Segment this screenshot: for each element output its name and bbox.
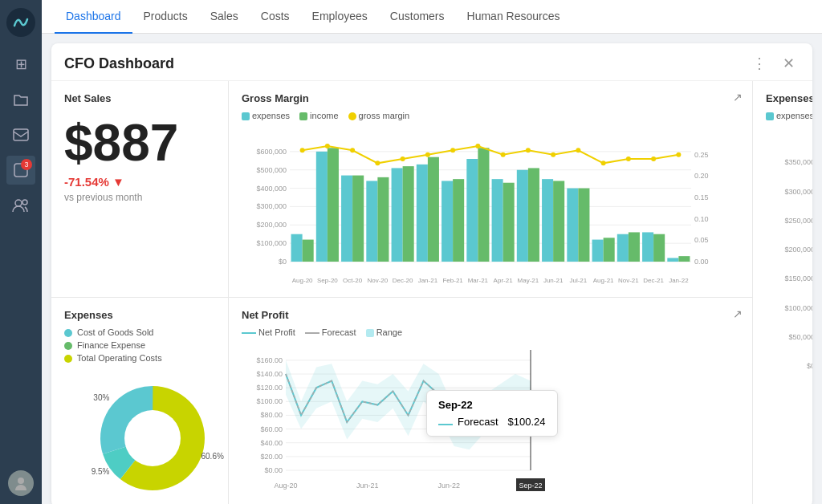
net-sales-change: -71.54% ▼	[64, 175, 215, 189]
folder-icon[interactable]	[6, 85, 35, 114]
expenses-title: Expenses	[64, 309, 215, 321]
gross-margin-chart	[242, 125, 739, 286]
user-avatar[interactable]	[8, 470, 34, 496]
svg-rect-1	[14, 129, 28, 140]
svg-point-4	[22, 200, 27, 205]
expenses-donut-chart	[64, 368, 225, 496]
more-button[interactable]: ⋮	[747, 53, 771, 74]
expenses-legend: Cost of Goods Sold Finance Expense Total…	[64, 327, 215, 363]
dashboard-window: CFO Dashboard ⋮ ✕ Net Sales $887 -71.54%…	[51, 43, 812, 504]
dashboard-actions: ⋮ ✕	[747, 53, 800, 74]
net-sales-title: Net Sales	[64, 92, 215, 104]
legend-operating: Total Operating Costs	[64, 353, 215, 363]
net-profit-title: Net Profit	[242, 309, 739, 321]
grid-icon[interactable]: ⊞	[6, 50, 35, 79]
change-arrow: ▼	[112, 175, 124, 189]
cards-grid: Net Sales $887 -71.54% ▼ vs previous mon…	[51, 81, 812, 504]
dashboard-content: CFO Dashboard ⋮ ✕ Net Sales $887 -71.54%…	[42, 34, 822, 504]
svg-point-3	[15, 200, 22, 206]
net-sales-value: $887	[64, 117, 215, 169]
net-profit-chart	[242, 342, 547, 494]
legend-net-profit: Net Profit	[242, 327, 295, 337]
net-profit-expand-icon[interactable]: ↗	[733, 307, 743, 320]
sidebar: ⊞ 3	[0, 0, 42, 504]
net-profit-card: Net Profit Net Profit Forecast Range Sep…	[229, 298, 752, 504]
net-sales-sub: vs previous month	[64, 192, 215, 203]
dashboard-header: CFO Dashboard ⋮ ✕	[51, 43, 812, 81]
nav-item-human-resources[interactable]: Human Resources	[456, 0, 572, 34]
gross-margin-card: Gross Margin expenses income gross margi…	[229, 81, 752, 297]
dashboard-title: CFO Dashboard	[64, 55, 747, 72]
top-navigation: Dashboard Products Sales Costs Employees…	[42, 0, 822, 34]
expenses-vs-income-title: Expenses vs Income	[766, 92, 812, 104]
users-icon[interactable]	[6, 191, 35, 220]
legend-forecast: Forecast	[305, 327, 356, 337]
legend-income: income	[299, 111, 338, 120]
nav-item-customers[interactable]: Customers	[379, 0, 456, 34]
nav-item-sales[interactable]: Sales	[199, 0, 250, 34]
gross-margin-legend: expenses income gross margin	[242, 111, 739, 120]
legend-range: Range	[366, 327, 402, 337]
svg-point-5	[18, 478, 24, 484]
expenses-vs-income-card: Expenses vs Income expenses	[753, 81, 812, 504]
nav-item-products[interactable]: Products	[132, 0, 199, 34]
close-button[interactable]: ✕	[778, 53, 800, 74]
net-profit-legend: Net Profit Forecast Range	[242, 327, 739, 337]
app-logo[interactable]	[6, 8, 35, 37]
legend-exp-income: expenses	[766, 111, 812, 120]
nav-item-employees[interactable]: Employees	[301, 0, 379, 34]
legend-gross-margin: gross margin	[348, 111, 410, 120]
expenses-vs-income-chart	[766, 125, 812, 398]
net-sales-card: Net Sales $887 -71.54% ▼ vs previous mon…	[51, 81, 228, 297]
expand-icon[interactable]: ↗	[733, 91, 743, 104]
exp-income-legend: expenses	[766, 111, 812, 120]
mail-icon[interactable]	[6, 120, 35, 149]
legend-expenses: expenses	[242, 111, 290, 120]
gross-margin-title: Gross Margin	[242, 92, 739, 104]
legend-finance: Finance Expense	[64, 340, 215, 350]
legend-cogs: Cost of Goods Sold	[64, 327, 215, 337]
main-content: Dashboard Products Sales Costs Employees…	[42, 0, 822, 504]
nav-item-costs[interactable]: Costs	[250, 0, 301, 34]
badge-icon[interactable]: 3	[6, 156, 35, 185]
nav-item-dashboard[interactable]: Dashboard	[55, 0, 132, 34]
expenses-card: Expenses Cost of Goods Sold Finance Expe…	[51, 298, 228, 504]
